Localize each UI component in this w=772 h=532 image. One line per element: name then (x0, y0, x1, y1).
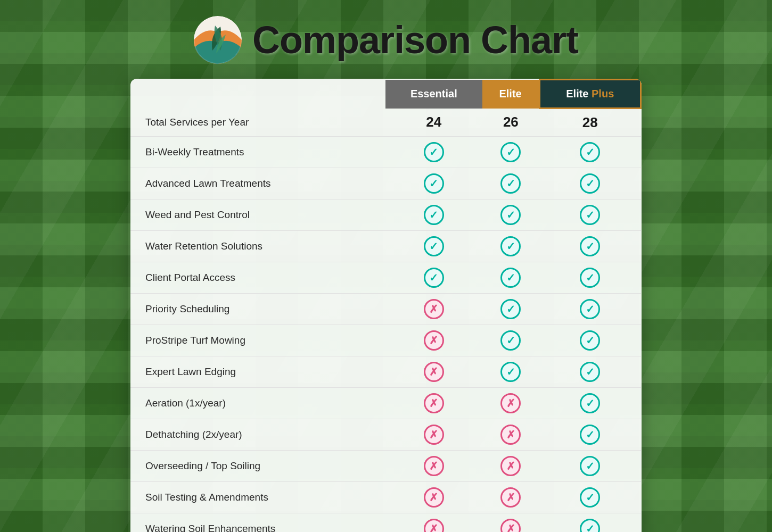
table-row: Advanced Lawn Treatments✓✓✓ (130, 168, 641, 200)
table-row: Bi-Weekly Treatments✓✓✓ (130, 137, 641, 168)
eliteplus-cell: 28 (539, 109, 640, 137)
logo (194, 16, 242, 64)
essential-cell: ✓ (385, 137, 482, 168)
table-row: Overseeding / Top Soiling✗✗✓ (130, 451, 641, 482)
elite-cross-icon: ✗ (500, 519, 521, 532)
table-row: Aeration (1x/year)✗✗✓ (130, 388, 641, 419)
eliteplus-check-icon: ✓ (580, 393, 600, 413)
eliteplus-cell: ✓ (539, 356, 640, 388)
essential-check-icon: ✓ (424, 173, 444, 194)
eliteplus-cell: ✓ (539, 388, 640, 419)
eliteplus-check-icon: ✓ (580, 362, 600, 382)
elite-cross-icon: ✗ (500, 456, 521, 476)
feature-label: Bi-Weekly Treatments (130, 137, 385, 168)
elite-check-icon: ✓ (500, 330, 521, 351)
elite-cell: ✓ (482, 294, 539, 325)
feature-label: Soil Testing & Amendments (130, 482, 385, 513)
table-row: Client Portal Access✓✓✓ (130, 262, 641, 294)
eliteplus-check-icon: ✓ (580, 205, 600, 225)
table-row: Priority Scheduling✗✓✓ (130, 294, 641, 325)
eliteplus-check-icon: ✓ (580, 487, 600, 508)
essential-cell: 24 (385, 109, 482, 137)
eliteplus-cell: ✓ (539, 168, 640, 200)
essential-check-icon: ✓ (424, 236, 444, 256)
feature-label: ProStripe Turf Mowing (130, 325, 385, 356)
feature-label: Advanced Lawn Treatments (130, 168, 385, 200)
eliteplus-cell: ✓ (539, 325, 640, 356)
essential-cell: ✓ (385, 231, 482, 262)
eliteplus-check-icon: ✓ (580, 299, 600, 319)
essential-cell: ✓ (385, 262, 482, 294)
elite-cross-icon: ✗ (500, 487, 521, 508)
elite-check-icon: ✓ (500, 268, 521, 288)
elite-cell: ✓ (482, 262, 539, 294)
eliteplus-number: 28 (582, 114, 598, 130)
eliteplus-cell: ✓ (539, 294, 640, 325)
essential-cell: ✓ (385, 168, 482, 200)
essential-check-icon: ✓ (424, 205, 444, 225)
table-row: Expert Lawn Edging✗✓✓ (130, 356, 641, 388)
feature-label: Aeration (1x/year) (130, 388, 385, 419)
elite-cell: 26 (482, 109, 539, 137)
essential-cross-icon: ✗ (424, 519, 444, 532)
feature-label: Water Retention Solutions (130, 231, 385, 262)
eliteplus-check-icon: ✓ (580, 236, 600, 256)
table-row: Soil Testing & Amendments✗✗✓ (130, 482, 641, 513)
essential-cross-icon: ✗ (424, 362, 444, 382)
elite-check-icon: ✓ (500, 205, 521, 225)
elite-check-icon: ✓ (500, 142, 521, 162)
essential-cell: ✓ (385, 200, 482, 231)
feature-label: Dethatching (2x/year) (130, 419, 385, 451)
essential-cell: ✗ (385, 451, 482, 482)
eliteplus-text: Elite (566, 88, 592, 99)
elite-check-icon: ✓ (500, 362, 521, 382)
elite-cell: ✗ (482, 451, 539, 482)
eliteplus-check-icon: ✓ (580, 173, 600, 194)
eliteplus-cell: ✓ (539, 231, 640, 262)
eliteplus-cell: ✓ (539, 513, 640, 533)
eliteplus-check-icon: ✓ (580, 142, 600, 162)
eliteplus-check-icon: ✓ (580, 519, 600, 532)
elite-cell: ✓ (482, 168, 539, 200)
table-body: Total Services per Year242628Bi-Weekly T… (130, 109, 641, 533)
essential-cell: ✗ (385, 419, 482, 451)
essential-cross-icon: ✗ (424, 456, 444, 476)
elite-cell: ✓ (482, 137, 539, 168)
table-row: Weed and Pest Control✓✓✓ (130, 200, 641, 231)
elite-cell: ✓ (482, 200, 539, 231)
essential-cross-icon: ✗ (424, 393, 444, 413)
main-content: Comparison Chart Essential Elite Elite P… (0, 0, 772, 532)
essential-cell: ✗ (385, 482, 482, 513)
page-title: Comparison Chart (252, 18, 578, 62)
table-row: ProStripe Turf Mowing✗✓✓ (130, 325, 641, 356)
table-row: Watering Soil Enhancements✗✗✓ (130, 513, 641, 533)
eliteplus-cell: ✓ (539, 262, 640, 294)
elite-cell: ✗ (482, 513, 539, 533)
essential-cell: ✗ (385, 513, 482, 533)
eliteplus-check-icon: ✓ (580, 330, 600, 351)
elite-cross-icon: ✗ (500, 425, 521, 445)
eliteplus-cell: ✓ (539, 419, 640, 451)
essential-cell: ✗ (385, 388, 482, 419)
feature-label: Expert Lawn Edging (130, 356, 385, 388)
table-row: Dethatching (2x/year)✗✗✓ (130, 419, 641, 451)
essential-cell: ✗ (385, 294, 482, 325)
table-row: Water Retention Solutions✓✓✓ (130, 231, 641, 262)
header: Comparison Chart (194, 16, 578, 64)
eliteplus-cell: ✓ (539, 451, 640, 482)
eliteplus-cell: ✓ (539, 200, 640, 231)
elite-cell: ✗ (482, 482, 539, 513)
elite-cell: ✓ (482, 356, 539, 388)
eliteplus-cell: ✓ (539, 137, 640, 168)
essential-check-icon: ✓ (424, 268, 444, 288)
table-header-row: Essential Elite Elite Plus (130, 80, 641, 109)
comparison-table-wrapper: Essential Elite Elite Plus Total Service… (130, 79, 642, 532)
feature-label: Weed and Pest Control (130, 200, 385, 231)
essential-cross-icon: ✗ (424, 330, 444, 351)
elite-number: 26 (503, 114, 519, 130)
elite-check-icon: ✓ (500, 236, 521, 256)
header-eliteplus-col: Elite Plus (539, 80, 640, 109)
elite-cell: ✗ (482, 419, 539, 451)
elite-cell: ✓ (482, 325, 539, 356)
elite-cell: ✓ (482, 231, 539, 262)
